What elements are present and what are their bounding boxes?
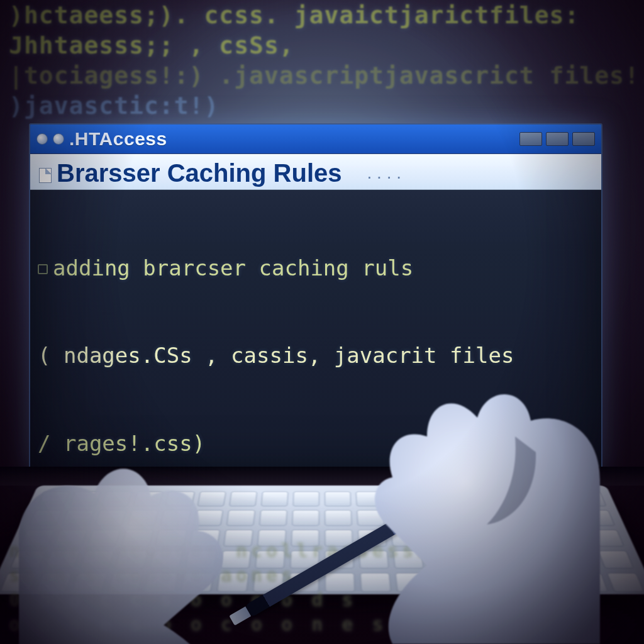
left-hand [19, 399, 283, 644]
traffic-light-icon[interactable] [53, 133, 64, 145]
background-code-top: )hctaeess;). ccss. javaictjarictfiles: J… [0, 0, 644, 121]
minimize-button[interactable] [519, 132, 542, 146]
window-title: .HTAccess [69, 128, 167, 150]
right-hand [298, 317, 625, 644]
titlebar[interactable]: .HTAccess [30, 125, 601, 154]
bg-line: )javasctic:t!) [0, 91, 644, 121]
maximize-button[interactable] [546, 132, 569, 146]
bg-line: Jhhtaesss;; , csSs, [0, 30, 644, 60]
tab-bar: Brarsser Caching Rules . . . . [30, 154, 601, 190]
document-icon [39, 168, 52, 183]
tab-title[interactable]: Brarsser Caching Rules [57, 160, 342, 189]
bg-line: |tociagess!:) .javascriptjavascrict file… [0, 60, 644, 91]
tab-overflow-icon: . . . . [367, 163, 401, 189]
bg-line: )hctaeess;). ccss. javaictjarictfiles: [0, 0, 644, 30]
close-button[interactable] [572, 132, 595, 146]
scene: )hctaeess;). ccss. javaictjarictfiles: J… [0, 0, 644, 644]
gutter-marker-icon [38, 264, 48, 274]
traffic-light-icon[interactable] [36, 133, 48, 145]
code-line: adding brarcser caching ruls [53, 255, 413, 280]
window-controls [519, 132, 595, 146]
